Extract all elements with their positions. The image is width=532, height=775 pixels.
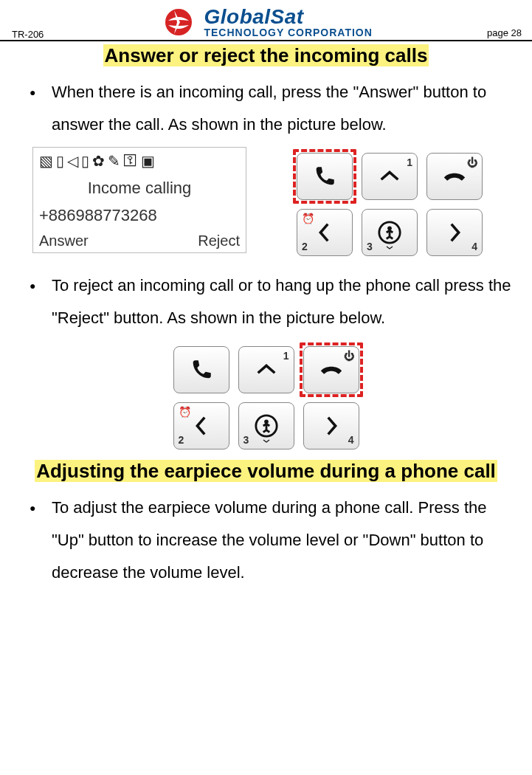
chevron-down-small-icon (381, 245, 398, 254)
person-sos-icon (254, 413, 279, 438)
screen-caller-number: +886988773268 (39, 202, 240, 229)
phone-screen-mock: ▧ ▯ ◁ ▯ ✿ ✎ ⚿ ▣ Income calling +88698877… (32, 147, 246, 253)
key-label-3: 3 (243, 434, 249, 446)
softkey-reject: Reject (198, 232, 240, 249)
sos-button[interactable]: 3 (362, 209, 418, 256)
phone-hangup-icon (319, 357, 344, 382)
keypad-reject: 1 ⏻ ⏰ 2 3 4 (167, 340, 365, 455)
alarm-icon: ⏰ (179, 406, 191, 418)
chevron-up-icon (377, 164, 402, 189)
key-label-4: 4 (471, 241, 477, 252)
chevron-down-small-icon (258, 438, 274, 447)
logo-subtitle: TECHNOLOGY CORPORATION (204, 27, 372, 38)
key-label-2: 2 (302, 241, 308, 252)
softkey-answer: Answer (39, 232, 89, 249)
page-header: TR-206 GlobalSat TECHNOLOGY CORPORATION … (0, 0, 532, 41)
right-button[interactable]: 4 (303, 402, 359, 450)
chevron-left-icon (189, 413, 214, 438)
gear-icon: ✿ (92, 152, 105, 170)
key-label-1: 1 (283, 350, 289, 362)
key-label-3: 3 (367, 241, 373, 252)
bullet-reject-instruction: To reject an incoming call or to hang up… (30, 269, 514, 334)
chevron-left-icon (312, 220, 337, 245)
key-label-2: 2 (179, 434, 184, 446)
hangup-button[interactable]: ⏻ (426, 153, 483, 200)
chevron-right-icon (442, 220, 467, 245)
left-button[interactable]: ⏰ 2 (173, 402, 229, 450)
bullet-volume-instruction: To adjust the earpiece volume during a p… (30, 492, 514, 589)
logo-name: GlobalSat (204, 7, 372, 27)
battery-icon: ▯ (56, 152, 64, 170)
alarm-icon: ⏰ (302, 213, 314, 224)
section-title-answer-reject: Answer or reject the incoming calls (18, 44, 514, 67)
doc-id: TR-206 (12, 29, 44, 40)
logo: GlobalSat TECHNOLOGY CORPORATION (158, 4, 372, 40)
bullet-answer-instruction: When there is an incoming call, press th… (30, 76, 514, 141)
screen-status-text: Income calling (39, 174, 240, 202)
right-button[interactable]: 4 (426, 209, 483, 256)
square-icon: ▣ (141, 152, 155, 170)
answer-button[interactable] (297, 153, 353, 200)
up-button[interactable]: 1 (238, 346, 294, 393)
phone-hangup-icon (442, 164, 467, 189)
section-title-volume: Adjusting the earpiece volume during a p… (18, 460, 514, 483)
key-icon: ⚿ (123, 152, 138, 170)
speaker-icon: ◁ (67, 152, 78, 170)
up-button[interactable]: 1 (362, 153, 418, 200)
power-icon: ⏻ (344, 350, 354, 362)
person-sos-icon (377, 220, 402, 245)
status-bar-icons: ▧ ▯ ◁ ▯ ✿ ✎ ⚿ ▣ (39, 152, 240, 170)
pen-icon: ✎ (108, 152, 120, 170)
logo-mark-icon (158, 4, 199, 40)
answer-button[interactable] (173, 346, 229, 393)
chevron-up-icon (254, 357, 279, 382)
sim-icon: ▯ (81, 152, 89, 170)
left-button[interactable]: ⏰ 2 (297, 209, 353, 256)
hangup-button[interactable]: ⏻ (303, 346, 359, 393)
keypad-answer: 1 ⏻ ⏰ 2 3 4 (291, 147, 488, 262)
chevron-right-icon (319, 413, 344, 438)
power-icon: ⏻ (467, 156, 477, 168)
key-label-1: 1 (407, 156, 412, 168)
phone-pickup-icon (312, 164, 337, 189)
page-number: page 28 (487, 27, 522, 40)
sos-button[interactable]: 3 (238, 402, 294, 450)
key-label-4: 4 (348, 434, 354, 446)
phone-pickup-icon (189, 357, 214, 382)
signal-icon: ▧ (39, 152, 53, 170)
